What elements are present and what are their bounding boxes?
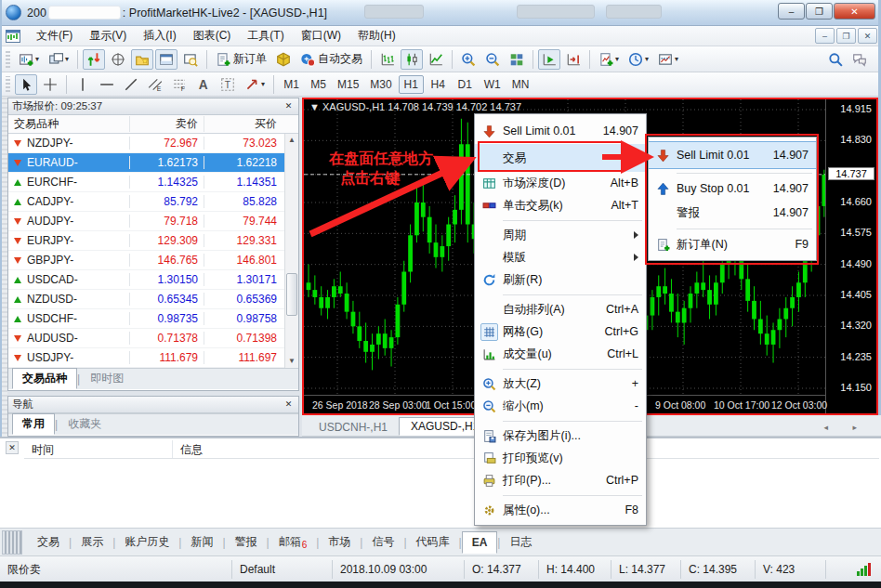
vertical-line-button[interactable] — [72, 74, 94, 95]
menu-item-one-click-trading[interactable]: 单击交易(k)Alt+T — [475, 194, 646, 216]
market-watch-button[interactable] — [83, 49, 105, 70]
autotrading-button[interactable]: 自动交易 — [296, 49, 366, 70]
tile-windows-button[interactable] — [506, 49, 528, 70]
menu-item-print-preview[interactable]: 打印预览(v) — [475, 447, 646, 469]
channel-button[interactable]: E — [144, 74, 166, 95]
market-watch-scrollbar[interactable]: ▲▼ — [284, 134, 298, 368]
navigator-tab-常用[interactable]: 常用 — [12, 413, 55, 435]
terminal-button[interactable] — [155, 49, 178, 70]
close-button[interactable]: ✕ — [834, 3, 875, 20]
close-icon[interactable]: ✕ — [283, 100, 295, 112]
menu-item-periods[interactable]: 周期 — [475, 224, 646, 246]
chart-collapse-icon[interactable]: ▼ — [309, 101, 322, 112]
chevron-down-icon[interactable]: ▾ — [261, 80, 265, 88]
zoom-out-button[interactable] — [481, 49, 504, 70]
terminal-tab-交易[interactable]: 交易 — [28, 530, 69, 554]
terminal-tab-账户历史[interactable]: 账户历史 — [115, 530, 178, 554]
chevron-down-icon[interactable]: ▾ — [65, 55, 69, 63]
toolbar-grip[interactable] — [6, 76, 10, 93]
metaeditor-button[interactable] — [272, 49, 295, 70]
scroll-down-icon[interactable]: ▼ — [285, 355, 298, 368]
menu-item-volumes[interactable]: 成交量(u)Ctrl+L — [475, 343, 646, 365]
terminal-header-time[interactable]: 时间 — [24, 440, 173, 458]
terminal-tab-信号[interactable]: 信号 — [362, 530, 403, 554]
minimize-button[interactable]: – — [778, 3, 805, 20]
bar-chart-button[interactable] — [376, 49, 399, 70]
chevron-down-icon[interactable]: ▾ — [35, 55, 39, 63]
menu-工具(T)[interactable]: 工具(T) — [239, 26, 292, 46]
auto-scroll-button[interactable] — [538, 49, 560, 70]
mdi-restore-button[interactable]: ❐ — [836, 28, 856, 44]
terminal-header-message[interactable]: 信息 — [173, 440, 210, 458]
text-label-button[interactable]: T — [217, 74, 239, 95]
market-watch-row-EURCHF[interactable]: EURCHF-1.143251.14351 — [8, 173, 298, 192]
market-watch-tab-交易品种[interactable]: 交易品种 — [12, 368, 77, 389]
chevron-down-icon[interactable]: ▾ — [645, 55, 649, 63]
close-icon[interactable]: ✕ — [6, 441, 19, 454]
data-window-button[interactable] — [107, 49, 129, 70]
market-watch-row-AUDUSD[interactable]: AUDUSD-0.713780.71398 — [8, 329, 298, 348]
market-watch-row-EURJPY[interactable]: EURJPY-129.309129.331 — [8, 231, 298, 251]
menu-item-save-as-picture[interactable]: 保存为图片(i)... — [475, 425, 646, 447]
terminal-tab-警报[interactable]: 警报 — [226, 530, 267, 554]
terminal-tab-代码库[interactable]: 代码库 — [407, 530, 459, 554]
menu-item-templates[interactable]: 模版 — [475, 246, 646, 268]
zoom-in-button[interactable] — [457, 49, 480, 70]
market-watch-row-USDCHF[interactable]: USDCHF-0.987350.98758 — [8, 309, 298, 329]
toolbar-grip[interactable] — [6, 50, 10, 68]
market-watch-title[interactable]: 市场报价: 09:25:37 ✕ — [8, 98, 298, 115]
mdi-close-button[interactable]: ✕ — [858, 28, 877, 44]
chevron-down-icon[interactable]: ▾ — [615, 55, 619, 63]
close-icon[interactable]: ✕ — [283, 399, 295, 411]
cursor-button[interactable] — [15, 74, 37, 95]
market-watch-row-USDCAD[interactable]: USDCAD-1.301501.30171 — [8, 270, 298, 290]
title-bar[interactable]: 200 : ProfitMarketHK-Live2 - [XAGUSD-,H1… — [0, 0, 881, 26]
market-watch-row-AUDJPY[interactable]: AUDJPY-79.71879.744 — [8, 212, 298, 231]
timeframe-MN[interactable]: MN — [507, 75, 534, 94]
templates-button[interactable]: ▾ — [654, 49, 682, 70]
trendline-button[interactable] — [120, 74, 142, 95]
text-button[interactable]: A — [192, 74, 215, 95]
timeframe-M5[interactable]: M5 — [306, 75, 331, 94]
market-watch-row-NZDUSD[interactable]: NZDUSD-0.653450.65369 — [8, 290, 298, 309]
menu-item-sell-limit[interactable]: Sell Limit 0.0114.907 — [649, 141, 816, 169]
menu-插入(I)[interactable]: 插入(I) — [135, 26, 184, 46]
scroll-thumb[interactable] — [286, 273, 297, 316]
terminal-tab-EA[interactable]: EA — [462, 531, 498, 554]
market-watch-header-col[interactable]: 交易品种 — [8, 116, 129, 132]
menu-窗口(W)[interactable]: 窗口(W) — [293, 26, 349, 46]
chevron-down-icon[interactable]: ▾ — [675, 55, 678, 63]
market-watch-header-col[interactable]: 卖价 — [129, 116, 204, 132]
menu-item-zoom-in[interactable]: 放大(Z)+ — [475, 372, 646, 395]
menu-item-refresh[interactable]: 刷新(R) — [475, 268, 646, 291]
new-chart-button[interactable]: ▾ — [15, 49, 43, 70]
menu-item-grid[interactable]: 网格(G)Ctrl+G — [475, 320, 646, 343]
menu-item-sell-limit[interactable]: Sell Limit 0.0114.907 — [475, 118, 646, 144]
navigator-button[interactable] — [131, 49, 153, 70]
periods-list-button[interactable]: ▾ — [625, 49, 652, 70]
chart-shift-button[interactable] — [562, 49, 585, 70]
shapes-button[interactable]: ▾ — [241, 74, 269, 95]
line-chart-button[interactable] — [425, 49, 447, 70]
market-watch-row-USDJPY[interactable]: USDJPY-111.679111.697 — [8, 348, 298, 368]
new-order-button[interactable]: 新订单 — [212, 49, 270, 70]
timeframe-H1[interactable]: H1 — [399, 75, 424, 94]
menu-文件(F)[interactable]: 文件(F) — [28, 26, 81, 46]
terminal-header[interactable]: 时间信息 — [24, 440, 879, 459]
menu-item-properties[interactable]: 属性(o)...F8 — [475, 499, 646, 521]
crosshair-button[interactable] — [39, 74, 61, 95]
menu-帮助(H)[interactable]: 帮助(H) — [349, 26, 404, 46]
navigator-tab-收藏夹[interactable]: 收藏夹 — [58, 413, 112, 435]
terminal-tab-展示[interactable]: 展示 — [72, 530, 112, 554]
horizontal-line-button[interactable] — [96, 74, 118, 95]
mdi-minimize-button[interactable]: – — [815, 28, 835, 44]
timeframe-H4[interactable]: H4 — [426, 75, 451, 94]
chart-tab-USDCNH-,H1[interactable]: USDCNH-,H1 — [308, 419, 399, 436]
terminal-drag-strip[interactable] — [2, 530, 22, 555]
terminal-tab-市场[interactable]: 市场 — [319, 530, 360, 554]
price-axis[interactable]: 14.91514.83014.66014.57514.49014.40514.3… — [825, 99, 876, 413]
market-watch-tab-即时图[interactable]: 即时图 — [80, 368, 134, 389]
strategy-tester-button[interactable] — [179, 49, 202, 70]
navigator-title[interactable]: 导航 ✕ — [8, 397, 298, 413]
scroll-up-icon[interactable]: ▲ — [285, 134, 298, 147]
